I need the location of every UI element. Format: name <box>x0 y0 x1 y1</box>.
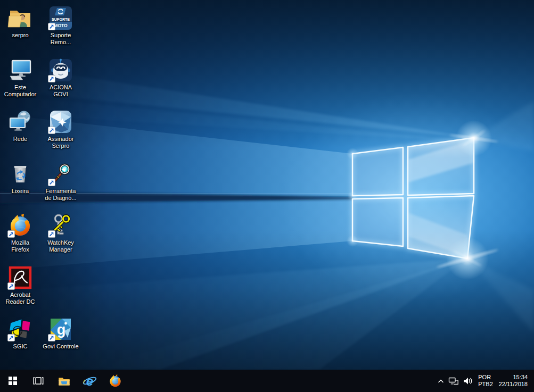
desktop-icon-assinador-serpro[interactable]: Assinador Serpro <box>40 108 81 159</box>
desktop-icon-label: ACIONA GOVI <box>50 84 72 98</box>
desktop-icon-label: serpro <box>12 32 28 39</box>
firefox-icon <box>108 374 122 388</box>
shortcut-arrow-icon <box>48 179 55 186</box>
desktop-icon-label: Lixeira <box>12 188 29 195</box>
desktop-icon-label: Este Computador <box>4 84 37 98</box>
tray-volume-button[interactable] <box>461 370 474 392</box>
shortcut-arrow-icon <box>48 230 55 238</box>
shortcut-arrow-icon <box>7 282 15 290</box>
desktop-icon-mozilla-firefox[interactable]: Mozilla Firefox <box>0 212 40 263</box>
task-view-icon <box>32 375 44 387</box>
svg-text:g: g <box>57 322 66 338</box>
chevron-up-icon <box>437 378 445 384</box>
desktop-icon-ferramenta-diagnostico[interactable]: Ferramenta de Diagnó... <box>40 160 81 211</box>
shortcut-arrow-icon <box>7 230 15 238</box>
keyboard-layout-code: PTB2 <box>478 381 493 388</box>
desktop-icon-sgic[interactable]: SGIC <box>0 315 40 366</box>
internet-explorer-icon: e <box>83 374 97 388</box>
desktop-icon-label: Mozilla Firefox <box>11 239 29 253</box>
tray-network-button[interactable] <box>447 370 461 392</box>
desktop-icon-label: WatchKey Manager <box>47 239 74 253</box>
tray-show-hidden-icons-button[interactable] <box>434 370 447 392</box>
svg-text:SUPORTE: SUPORTE <box>52 18 70 21</box>
clock-date: 22/11/2018 <box>499 381 528 388</box>
wired-network-icon <box>448 377 459 386</box>
desktop-icon-este-computador[interactable]: Este Computador <box>0 56 40 107</box>
desktop-icon-label: Rede <box>13 136 27 143</box>
desktop-icon-label: Acrobat Reader DC <box>5 291 35 305</box>
desktop-icon-label: Suporte Remo... <box>51 32 71 46</box>
desktop[interactable]: serpro SUPORTE MOTO Suporte Remo... <box>0 0 534 370</box>
volume-speaker-icon <box>463 376 473 386</box>
network-places-icon <box>7 109 33 135</box>
file-explorer-button[interactable] <box>51 370 77 392</box>
user-folder-icon <box>7 5 33 31</box>
clock[interactable]: 15:34 22/11/2018 <box>497 370 532 392</box>
system-tray: POR PTB2 15:34 22/11/2018 <box>434 370 534 392</box>
language-indicator[interactable]: POR PTB2 <box>474 370 497 392</box>
svg-text:MOTO: MOTO <box>54 23 68 28</box>
task-view-button[interactable] <box>26 370 51 392</box>
desktop-icon-serpro[interactable]: serpro <box>0 4 40 55</box>
shortcut-arrow-icon <box>48 23 55 30</box>
desktop-icon-govi-controle[interactable]: g Govi Controle <box>40 315 81 366</box>
desktop-icon-aciona-govi[interactable]: ACIONA GOVI <box>40 56 81 107</box>
recycle-bin-icon <box>7 161 33 187</box>
desktop-icon-suporte-remoto[interactable]: SUPORTE MOTO Suporte Remo... <box>40 4 81 55</box>
windows-start-icon <box>9 377 18 386</box>
firefox-taskbar-button[interactable] <box>102 370 128 392</box>
desktop-icon-label: Assinador Serpro <box>48 136 74 149</box>
clock-time: 15:34 <box>513 374 528 381</box>
start-button[interactable] <box>0 370 26 392</box>
file-explorer-icon <box>57 374 71 388</box>
shortcut-arrow-icon <box>7 334 15 341</box>
desktop-icon-rede[interactable]: Rede <box>0 108 40 159</box>
desktop-icon-acrobat-reader[interactable]: Acrobat Reader DC <box>0 264 40 315</box>
desktop-icon-label: Ferramenta de Diagnó... <box>45 188 76 202</box>
desktop-icon-label: Govi Controle <box>43 343 78 350</box>
language-code: POR <box>478 374 491 381</box>
desktop-icon-label: SGIC <box>13 343 28 350</box>
this-pc-icon <box>7 57 33 83</box>
shortcut-arrow-icon <box>48 334 55 341</box>
internet-explorer-button[interactable]: e <box>77 370 102 392</box>
shortcut-arrow-icon <box>48 75 55 82</box>
shortcut-arrow-icon <box>48 127 55 134</box>
taskbar: e POR P <box>0 370 534 392</box>
desktop-icon-lixeira[interactable]: Lixeira <box>0 160 40 211</box>
desktop-icon-watchkey-manager[interactable]: WatchKey Manager <box>40 212 81 263</box>
svg-text:e: e <box>86 374 93 388</box>
